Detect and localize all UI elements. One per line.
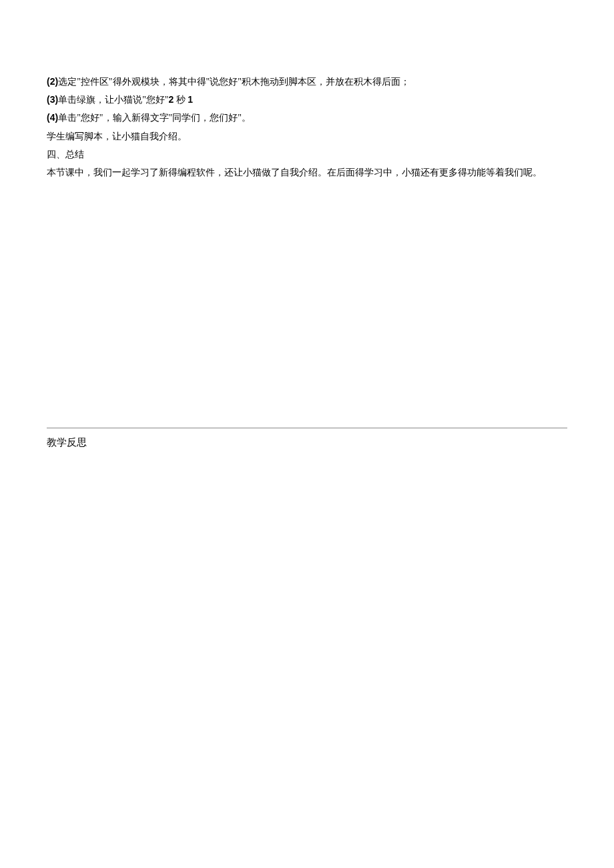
document-content: (2)选定"控件区"得外观模块，将其中得"说您好"积木拖动到脚本区，并放在积木得…	[47, 73, 567, 181]
item-text: 本节课中，我们一起学习了新得编程软件，还让小猫做了自我介绍。在后面得学习中，小猫…	[47, 167, 542, 177]
reflection-label: 教学反思	[47, 437, 87, 448]
item-number: (4)	[47, 112, 58, 123]
item-text: 学生编写脚本，让小猫自我介绍。	[47, 131, 187, 141]
paragraph-line: (3)单击绿旗，让小猫说"您好"2 秒 1	[47, 91, 567, 108]
item-number-inline: 1	[188, 94, 193, 105]
section-divider	[47, 428, 567, 428]
reflection-section-title: 教学反思	[47, 434, 567, 452]
item-text: 单击"您好"，输入新得文字"同学们，您们好"。	[58, 113, 251, 123]
item-number: (3)	[47, 94, 58, 105]
paragraph-line: 学生编写脚本，让小猫自我介绍。	[47, 128, 567, 145]
item-text: 选定"控件区"得外观模块，将其中得"说您好"积木拖动到脚本区，并放在积木得后面；	[58, 77, 410, 87]
paragraph-line: (2)选定"控件区"得外观模块，将其中得"说您好"积木拖动到脚本区，并放在积木得…	[47, 73, 567, 90]
paragraph-line: (4)单击"您好"，输入新得文字"同学们，您们好"。	[47, 109, 567, 126]
section-heading: 四、总结	[47, 146, 567, 163]
paragraph-line: 本节课中，我们一起学习了新得编程软件，还让小猫做了自我介绍。在后面得学习中，小猫…	[47, 164, 567, 181]
item-text: 单击绿旗，让小猫说"您好"	[58, 95, 168, 105]
heading-text: 四、总结	[47, 149, 84, 159]
item-text: 秒	[174, 95, 188, 105]
item-number: (2)	[47, 76, 58, 87]
